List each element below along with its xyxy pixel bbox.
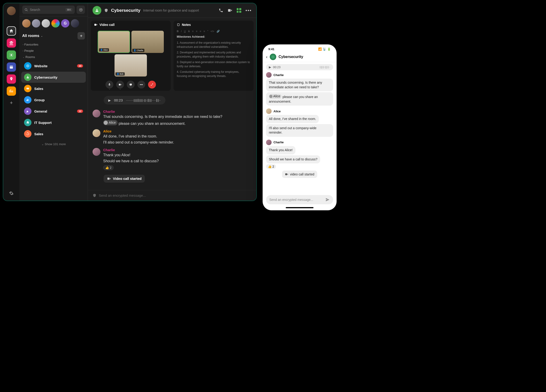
svg-point-9 <box>27 99 28 100</box>
mobile-messages: ▶00:23||‖|||·|‖|||·· CharlieThat sounds … <box>263 62 336 193</box>
category-favourites[interactable]: ›Favourites <box>20 41 88 48</box>
waveform-icon: ·········|||||‖|||||·|||·|‖|||·····‖||·· <box>126 98 161 102</box>
avatar[interactable] <box>92 129 100 137</box>
audio-duration: 00:23 <box>114 98 123 102</box>
svg-rect-12 <box>94 24 96 26</box>
nav-add[interactable]: + <box>10 100 13 106</box>
play-icon[interactable]: ▶ <box>108 98 111 102</box>
mention-pill[interactable]: Alice <box>269 94 282 99</box>
cam-button[interactable]: ⌄ <box>116 81 124 89</box>
svg-rect-15 <box>177 24 179 26</box>
shield-icon <box>92 193 97 197</box>
nav-pin[interactable] <box>7 74 16 84</box>
search-input[interactable]: Search ⌘K <box>22 6 75 14</box>
more-button[interactable]: ••• <box>137 81 145 89</box>
mobile-composer[interactable]: Send an encrypted message... <box>266 195 333 204</box>
notes-toolbar[interactable]: BIUS≡≡≡≡"</>🔗 <box>174 29 254 35</box>
mobile-room-title[interactable]: Cybersecurity <box>279 55 303 59</box>
room-name: Sales <box>34 132 43 136</box>
audio-message[interactable]: ▶ 00:23 ·········|||||‖|||||·|||·|‖|||··… <box>104 96 165 104</box>
avatar[interactable] <box>266 108 272 114</box>
reaction[interactable]: 👍 2 <box>266 164 276 169</box>
show-more-button[interactable]: Show 101 more <box>20 139 88 149</box>
svg-rect-14 <box>130 84 132 85</box>
search-icon <box>25 8 28 12</box>
share-button[interactable] <box>127 81 135 89</box>
hangup-button[interactable] <box>148 81 156 89</box>
apps-icon[interactable] <box>237 8 241 13</box>
dm-avatar[interactable] <box>32 19 40 27</box>
avatar[interactable] <box>92 110 100 117</box>
dm-avatar[interactable]: G <box>61 19 69 27</box>
mic-button[interactable]: ⌄ <box>105 81 113 89</box>
message-text: Thank you Alice! <box>103 152 252 158</box>
room-item-cybersecurity[interactable]: Cybersecurity <box>21 72 86 83</box>
more-icon[interactable]: ••• <box>246 8 252 13</box>
category-people[interactable]: ›People <box>20 48 88 54</box>
message: CharlieThat sounds concerning. Is there … <box>92 110 252 126</box>
room-item-sales[interactable]: Sales <box>21 83 86 94</box>
svg-rect-6 <box>27 88 29 89</box>
shield-icon <box>104 8 108 13</box>
reaction[interactable]: 👍 2 <box>103 165 114 170</box>
video-call-event[interactable]: video call started <box>282 171 317 178</box>
video-tile-charlie[interactable]: 👤 Charlie <box>131 31 164 53</box>
settings-icon[interactable] <box>9 191 14 196</box>
message-text: Should we have a call to discuss? <box>103 158 252 164</box>
message-bubble: Thank you Alice! <box>266 146 295 154</box>
message-text: I'll also send out a company-wide remind… <box>103 139 252 145</box>
dm-avatar[interactable] <box>22 19 31 27</box>
audio-message[interactable]: ▶00:23||‖|||·|‖|||·· <box>266 64 333 70</box>
room-icon <box>270 54 276 60</box>
back-button[interactable]: ‹ <box>266 55 267 59</box>
message: CharlieThank you Alice!Should we have a … <box>266 139 333 169</box>
message-composer[interactable]: Send an encrypted message... <box>88 190 256 201</box>
svg-point-2 <box>25 8 27 10</box>
user-avatar[interactable] <box>7 6 16 15</box>
dm-avatar[interactable] <box>42 19 50 27</box>
status-bar: 9:41 📶 📡 🔋 <box>263 44 336 52</box>
call-icon[interactable] <box>219 8 223 13</box>
room-name: Group <box>34 98 45 102</box>
video-tile-bob[interactable]: 👤 Bob <box>115 54 147 76</box>
notes-panel: Notes BIUS≡≡≡≡"</>🔗 Milestones Achieved:… <box>174 21 254 91</box>
message-bubble: Alice please can you share an announceme… <box>266 92 333 106</box>
room-icon <box>24 96 32 104</box>
all-rooms-header[interactable]: All rooms⌄ + <box>20 30 88 41</box>
category-rooms[interactable]: ⌄Rooms <box>20 54 88 60</box>
add-room-button[interactable]: + <box>78 32 85 39</box>
video-tile-alice[interactable]: 👤 Alice <box>98 31 130 53</box>
chevron-down-icon: ⌄ <box>41 34 43 38</box>
video-icon[interactable] <box>228 8 233 13</box>
send-icon[interactable] <box>325 197 330 202</box>
mention-pill[interactable]: Alice <box>103 120 117 125</box>
room-item-sales[interactable]: Sales <box>21 128 86 139</box>
nav-home[interactable] <box>7 26 16 36</box>
room-item-it support[interactable]: IT Support <box>21 117 86 128</box>
nav-chart[interactable] <box>7 86 16 96</box>
dm-avatar[interactable] <box>51 19 60 27</box>
unread-badge: 12 <box>77 110 83 113</box>
room-icon <box>24 119 32 126</box>
unread-badge: 10 <box>77 64 83 68</box>
message-bubble: All done, I've shared in the room. <box>266 115 319 123</box>
avatar[interactable] <box>92 148 100 156</box>
room-name: Website <box>34 64 47 68</box>
room-item-website[interactable]: Website10 <box>21 60 86 71</box>
avatar[interactable] <box>266 139 272 145</box>
avatar[interactable] <box>266 72 272 78</box>
nav-bank[interactable] <box>7 38 16 48</box>
mobile-app: 9:41 📶 📡 🔋 ‹ Cybersecurity ▶00:23||‖|||·… <box>263 44 337 210</box>
video-call-event[interactable]: Video call started <box>104 175 145 183</box>
room-item-general[interactable]: General12 <box>21 106 86 117</box>
nav-sun[interactable] <box>7 51 16 60</box>
status-icons: 📶 📡 🔋 <box>318 47 331 51</box>
status-time: 9:41 <box>268 47 274 51</box>
dm-avatar[interactable] <box>71 19 79 27</box>
room-item-group[interactable]: Group <box>21 94 86 105</box>
explore-button[interactable] <box>77 6 85 14</box>
svg-rect-1 <box>10 66 13 69</box>
nav-calendar[interactable] <box>7 62 16 72</box>
notes-body[interactable]: Milestones Achieved: 1. Assessment of th… <box>174 35 254 81</box>
svg-point-8 <box>28 88 28 89</box>
